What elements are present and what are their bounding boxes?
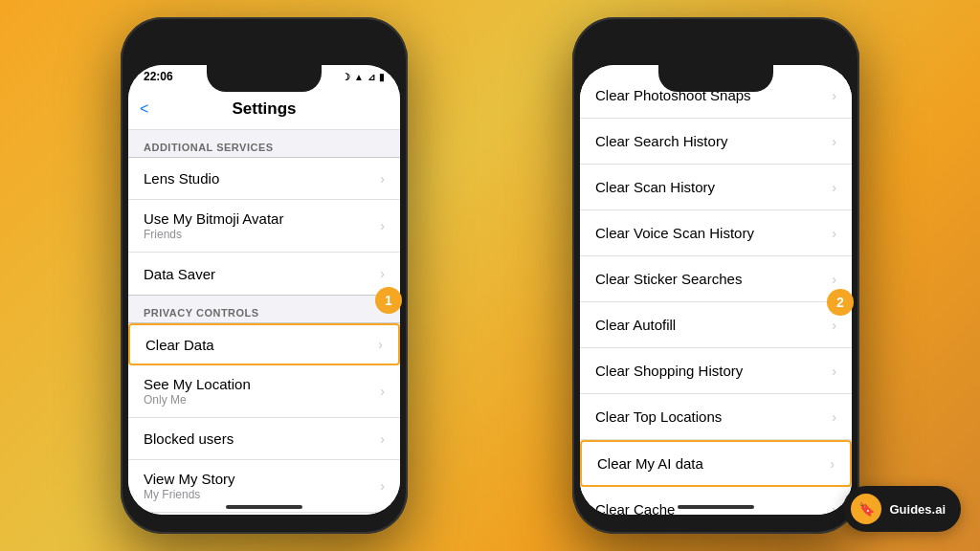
status-time: 22:06 [144, 70, 173, 83]
menu-item-bitmoji[interactable]: Use My Bitmoji Avatar Friends › [128, 200, 400, 253]
signal-icon: ▲ [354, 72, 364, 82]
view-story-label: View My Story [144, 471, 235, 487]
chevron-icon: › [832, 364, 836, 379]
item-search-history[interactable]: Clear Search History › [580, 119, 852, 165]
clear-ai-label: Clear My AI data [597, 455, 703, 472]
item-autofill[interactable]: Clear Autofill › [580, 302, 852, 348]
menu-item-data-saver[interactable]: Data Saver › [128, 253, 400, 295]
chevron-icon: › [832, 502, 836, 516]
clear-data-scroll: Clear Photoshoot Snaps › Clear Search Hi… [580, 65, 852, 515]
clear-data-label: Clear Data [145, 337, 214, 353]
step-badge-1: 1 [375, 287, 402, 314]
view-story-sublabel: My Friends [144, 488, 235, 501]
guides-icon: 🔖 [851, 494, 881, 524]
phone-screen-left: 22:06 ☽ ▲ ⊿ ▮ < Settings ADDITIONAL SERV… [128, 65, 400, 515]
section-header-additional: ADDITIONAL SERVICES [128, 130, 400, 157]
menu-item-lens-studio[interactable]: Lens Studio › [128, 158, 400, 200]
phone-left: 22:06 ☽ ▲ ⊿ ▮ < Settings ADDITIONAL SERV… [121, 17, 408, 534]
home-bar-right [678, 505, 754, 509]
phone-notch [207, 65, 322, 92]
back-button[interactable]: < [140, 100, 148, 118]
phone-right: Clear Photoshoot Snaps › Clear Search Hi… [572, 17, 859, 534]
menu-item-see-location[interactable]: See My Location Only Me › [128, 365, 400, 418]
chevron-icon: › [380, 478, 385, 494]
item-voice-scan[interactable]: Clear Voice Scan History › [580, 210, 852, 256]
chevron-icon: › [832, 180, 836, 195]
phone-notch-right [658, 65, 773, 92]
chevron-icon: › [380, 266, 385, 281]
chevron-icon: › [832, 88, 836, 103]
sticker-label: Clear Sticker Searches [595, 271, 742, 287]
battery-icon: ▮ [379, 72, 385, 82]
page-title: Settings [232, 99, 296, 119]
chevron-icon: › [832, 318, 836, 333]
chevron-icon: › [832, 409, 836, 425]
item-clear-ai-data[interactable]: Clear My AI data › [580, 440, 852, 487]
guides-ai-badge[interactable]: 🔖 Guides.ai [843, 486, 961, 532]
item-sticker-searches[interactable]: Clear Sticker Searches › [580, 256, 852, 302]
settings-scroll-content: ADDITIONAL SERVICES Lens Studio › Use My… [128, 130, 400, 515]
phone-screen-right: Clear Photoshoot Snaps › Clear Search Hi… [580, 65, 852, 515]
chevron-icon: › [380, 384, 385, 399]
guides-label: Guides.ai [889, 502, 946, 517]
nav-bar: < Settings [128, 88, 400, 130]
status-icons: ☽ ▲ ⊿ ▮ [342, 72, 385, 82]
chevron-icon: › [832, 272, 836, 287]
item-shopping-history[interactable]: Clear Shopping History › [580, 348, 852, 394]
item-top-locations[interactable]: Clear Top Locations › [580, 394, 852, 440]
item-clear-cache[interactable]: Clear Cache › [580, 487, 852, 515]
privacy-controls-group: Clear Data › See My Location Only Me › B… [128, 322, 400, 515]
see-location-sublabel: Only Me [144, 393, 251, 407]
top-locations-label: Clear Top Locations [595, 408, 722, 425]
clear-cache-label: Clear Cache [595, 501, 675, 515]
chevron-icon: › [380, 171, 385, 187]
menu-item-blocked-users[interactable]: Blocked users › [128, 418, 400, 460]
moon-icon: ☽ [342, 72, 350, 82]
shopping-label: Clear Shopping History [595, 363, 743, 379]
lens-studio-label: Lens Studio [144, 170, 219, 187]
item-scan-history[interactable]: Clear Scan History › [580, 165, 852, 210]
chevron-icon: › [832, 226, 836, 241]
chevron-icon: › [378, 337, 383, 352]
bitmoji-sublabel: Friends [144, 228, 283, 241]
chevron-icon: › [380, 431, 385, 447]
bitmoji-label: Use My Bitmoji Avatar [144, 210, 283, 227]
menu-item-clear-data[interactable]: Clear Data › [128, 323, 400, 365]
data-saver-label: Data Saver [144, 266, 215, 282]
chevron-icon: › [380, 218, 385, 233]
step-badge-2: 2 [827, 289, 854, 316]
autofill-label: Clear Autofill [595, 317, 676, 333]
clear-data-list: Clear Photoshoot Snaps › Clear Search Hi… [580, 65, 852, 515]
blocked-users-label: Blocked users [144, 430, 234, 447]
chevron-icon: › [832, 134, 836, 149]
search-history-label: Clear Search History [595, 133, 727, 149]
see-location-label: See My Location [144, 376, 251, 392]
additional-services-group: Lens Studio › Use My Bitmoji Avatar Frie… [128, 157, 400, 296]
chevron-icon: › [830, 456, 835, 472]
home-bar [226, 505, 302, 509]
scan-history-label: Clear Scan History [595, 179, 715, 195]
wifi-icon: ⊿ [368, 72, 375, 82]
section-header-privacy: PRIVACY CONTROLS [128, 296, 400, 322]
menu-item-contact-me[interactable]: Contact Me › [128, 513, 400, 515]
voice-scan-label: Clear Voice Scan History [595, 225, 754, 241]
bookmark-icon: 🔖 [858, 501, 875, 517]
